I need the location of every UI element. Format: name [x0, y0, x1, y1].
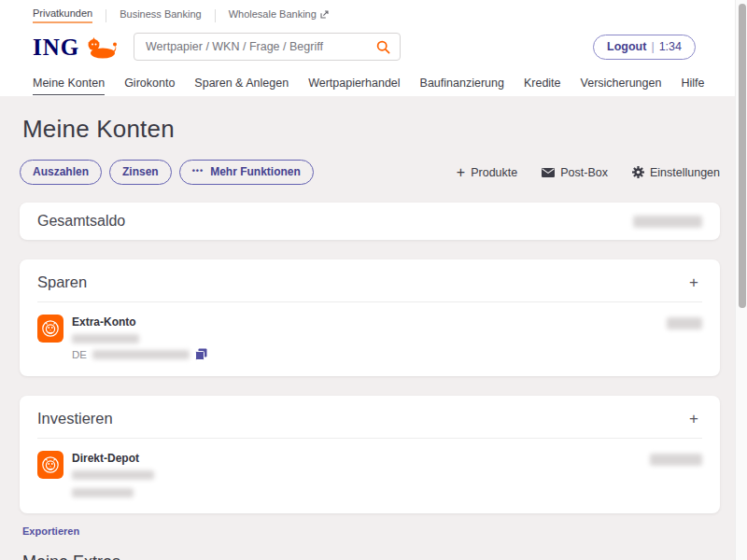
session-timer: 1:34	[659, 40, 682, 53]
account-info: Direkt-Depot	[72, 451, 154, 497]
account-row[interactable]: Extra-Konto DE	[37, 315, 702, 360]
nav-girokonto[interactable]: Girokonto	[124, 77, 175, 94]
utility-label: Einstellungen	[650, 166, 720, 179]
nav-versicherungen[interactable]: Versicherungen	[581, 77, 662, 94]
post-box-link[interactable]: Post-Box	[542, 166, 608, 179]
header: ING Logout | 1:34	[0, 26, 747, 67]
toolbar: Auszahlen Zinsen ••• Mehr Funktionen + P…	[20, 160, 720, 185]
search-icon[interactable]	[376, 40, 390, 54]
main-navigation: Meine Konten Girokonto Sparen & Anlegen …	[0, 67, 747, 96]
button-label: Zinsen	[122, 165, 159, 178]
utility-links: + Produkte Post-Box	[457, 165, 720, 180]
securities-search	[134, 33, 401, 61]
nav-kredite[interactable]: Kredite	[524, 77, 561, 94]
ing-lion-account-icon	[37, 315, 63, 343]
add-investieren-product-button[interactable]: +	[685, 411, 702, 427]
iban-row: DE	[72, 348, 207, 360]
logout-divider: |	[651, 40, 654, 53]
nav-meine-konten[interactable]: Meine Konten	[33, 77, 105, 95]
ing-logo[interactable]: ING	[33, 35, 118, 59]
logout-label: Logout	[607, 40, 646, 53]
nav-sparen-anlegen[interactable]: Sparen & Anlegen	[194, 77, 289, 94]
produkte-link[interactable]: + Produkte	[457, 165, 517, 180]
divider	[37, 438, 702, 439]
account-info: Extra-Konto DE	[72, 315, 207, 360]
ing-logo-text: ING	[33, 35, 79, 59]
investieren-section: Investieren + Direkt-Depo	[20, 396, 720, 513]
iban-prefix: DE	[72, 349, 87, 360]
account-row[interactable]: Direkt-Depot	[37, 451, 702, 497]
tab-label: Business Banking	[120, 8, 201, 20]
utility-label: Post-Box	[560, 166, 608, 179]
tab-privatkunden[interactable]: Privatkunden	[33, 7, 92, 23]
quick-actions: Auszahlen Zinsen ••• Mehr Funktionen	[20, 160, 314, 185]
plus-icon: +	[457, 165, 465, 180]
search-input[interactable]	[146, 40, 376, 53]
auszahlen-button[interactable]: Auszahlen	[20, 160, 102, 185]
add-sparen-product-button[interactable]: +	[685, 274, 702, 290]
audience-switcher: Privatkunden Business Banking Wholesale …	[0, 0, 747, 26]
account-balance-redacted	[650, 454, 702, 466]
main-content: Meine Konten Auszahlen Zinsen ••• Mehr F…	[0, 96, 747, 560]
einstellungen-link[interactable]: Einstellungen	[632, 166, 720, 179]
section-header: Sparen +	[37, 273, 702, 291]
depot-line1-redacted	[72, 470, 154, 480]
gear-icon	[632, 166, 644, 178]
account-balance-redacted	[667, 317, 702, 329]
divider	[215, 9, 216, 22]
tab-label: Wholesale Banking	[229, 8, 317, 20]
tab-business-banking[interactable]: Business Banking	[120, 8, 201, 22]
meine-extras-title: Meine Extras	[22, 553, 720, 560]
scrollbar-thumb[interactable]	[739, 4, 746, 308]
button-label: Mehr Funktionen	[210, 165, 301, 178]
nav-baufinanzierung[interactable]: Baufinanzierung	[420, 77, 504, 94]
ellipsis-icon: •••	[192, 166, 204, 175]
external-link-icon	[320, 10, 329, 19]
divider	[106, 9, 106, 22]
envelope-icon	[542, 168, 555, 177]
divider	[37, 301, 702, 302]
ing-lion-icon	[84, 36, 118, 59]
zinsen-button[interactable]: Zinsen	[109, 160, 172, 185]
depot-line2-redacted	[72, 488, 134, 497]
copy-icon	[195, 348, 207, 360]
account-owner-redacted	[72, 334, 139, 343]
ing-lion-account-icon	[37, 451, 63, 479]
total-balance-redacted	[633, 216, 702, 228]
gesamtsaldo-label: Gesamtsaldo	[37, 213, 125, 230]
section-title: Investieren	[37, 410, 113, 427]
nav-wertpapierhandel[interactable]: Wertpapierhandel	[308, 77, 400, 94]
sparen-section: Sparen + Extra-Konto	[20, 259, 720, 376]
mehr-funktionen-button[interactable]: ••• Mehr Funktionen	[179, 160, 314, 185]
tab-wholesale-banking[interactable]: Wholesale Banking	[229, 8, 329, 22]
section-header: Investieren +	[37, 410, 702, 427]
button-label: Auszahlen	[33, 165, 89, 178]
gesamtsaldo-card: Gesamtsaldo	[20, 203, 720, 240]
section-title: Sparen	[37, 273, 87, 291]
page-title: Meine Konten	[20, 96, 720, 144]
logout-button[interactable]: Logout | 1:34	[593, 35, 696, 60]
tab-label: Privatkunden	[33, 7, 92, 19]
account-name: Extra-Konto	[72, 315, 207, 329]
iban-redacted	[92, 350, 190, 359]
scrollbar-track[interactable]	[735, 0, 747, 560]
account-name: Direkt-Depot	[72, 452, 154, 465]
exportieren-link[interactable]: Exportieren	[22, 525, 79, 537]
nav-hilfe[interactable]: Hilfe	[681, 77, 704, 94]
copy-iban-button[interactable]	[195, 348, 207, 360]
utility-label: Produkte	[471, 166, 517, 179]
